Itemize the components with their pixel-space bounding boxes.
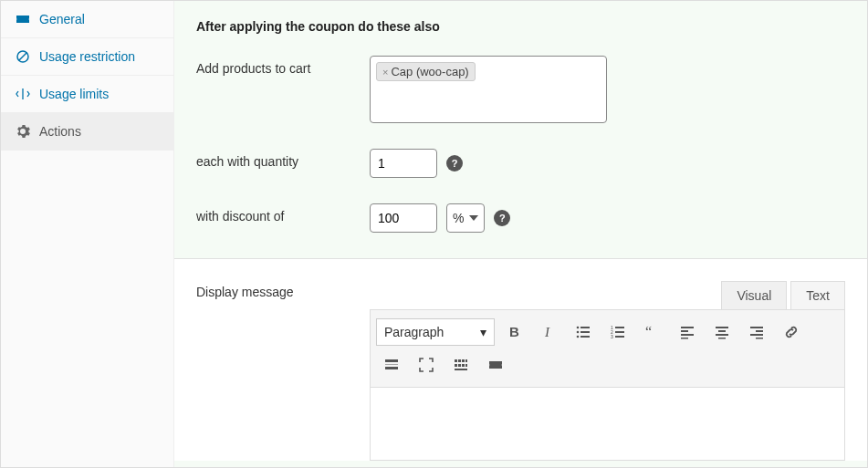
sidebar-item-label: Usage limits [39, 87, 109, 101]
ban-icon [16, 49, 30, 64]
svg-rect-34 [462, 359, 465, 362]
svg-text:B: B [509, 324, 519, 339]
settings-panel: General Usage restriction Usage limits A… [0, 0, 868, 468]
svg-rect-31 [385, 367, 398, 369]
readmore-button[interactable] [376, 351, 407, 379]
svg-rect-27 [750, 334, 763, 336]
quantity-label: each with quantity [196, 149, 370, 169]
add-products-label: Add products to cart [196, 56, 370, 76]
sidebar-item-usage-limits[interactable]: Usage limits [1, 76, 173, 113]
svg-rect-37 [458, 364, 461, 367]
svg-rect-17 [681, 327, 694, 328]
row-quantity: each with quantity ? [196, 149, 845, 178]
align-center-button[interactable] [706, 318, 737, 346]
format-label: Paragraph [384, 325, 444, 339]
format-select[interactable]: Paragraph ▾ [376, 318, 495, 346]
discount-unit-select[interactable]: % [446, 203, 485, 233]
svg-rect-21 [716, 327, 728, 328]
svg-rect-24 [718, 338, 726, 339]
link-button[interactable] [776, 318, 807, 346]
ticket-toolbar-button[interactable] [480, 351, 511, 379]
svg-rect-25 [750, 327, 763, 328]
svg-rect-36 [455, 364, 457, 367]
quantity-input[interactable] [370, 149, 437, 178]
editor-toolbar: Paragraph ▾ B I 123 “ [370, 309, 845, 388]
sidebar: General Usage restriction Usage limits A… [1, 1, 174, 467]
svg-rect-28 [756, 338, 763, 339]
align-right-button[interactable] [741, 318, 772, 346]
row-discount: with discount of % ? [196, 203, 845, 233]
limits-icon [16, 87, 30, 101]
svg-rect-11 [615, 327, 624, 328]
svg-point-8 [577, 336, 580, 338]
svg-line-1 [19, 53, 27, 61]
section-heading: After applying the coupon do these also [196, 19, 845, 34]
toolbar-toggle-button[interactable] [445, 351, 476, 379]
bullet-list-button[interactable] [568, 318, 599, 346]
svg-text:I: I [544, 325, 550, 339]
svg-rect-29 [385, 359, 398, 362]
svg-rect-18 [681, 330, 688, 332]
svg-rect-20 [681, 338, 688, 339]
svg-point-6 [577, 331, 580, 334]
align-left-button[interactable] [672, 318, 703, 346]
product-chip: × Cap (woo-cap) [376, 62, 476, 81]
numbered-list-button[interactable]: 123 [602, 318, 633, 346]
svg-rect-19 [681, 334, 694, 336]
italic-button[interactable]: I [533, 318, 564, 346]
sidebar-item-usage-restriction[interactable]: Usage restriction [1, 38, 173, 76]
svg-rect-22 [718, 330, 726, 332]
svg-rect-35 [465, 359, 467, 362]
sidebar-item-general[interactable]: General [1, 1, 173, 38]
svg-rect-5 [580, 327, 590, 328]
sidebar-item-label: Actions [39, 124, 81, 139]
products-multiselect[interactable]: × Cap (woo-cap) [370, 56, 607, 123]
discount-label: with discount of [196, 203, 370, 224]
svg-rect-13 [615, 331, 624, 333]
help-icon[interactable]: ? [494, 210, 510, 226]
sidebar-item-actions[interactable]: Actions [1, 113, 173, 151]
sidebar-item-label: General [39, 12, 85, 26]
svg-rect-26 [756, 330, 763, 332]
row-add-products: Add products to cart × Cap (woo-cap) [196, 56, 845, 123]
editor-tabs: Visual Text [370, 281, 845, 309]
svg-rect-7 [580, 331, 590, 333]
svg-rect-40 [455, 369, 467, 370]
dropdown-caret-icon: ▾ [480, 325, 486, 339]
svg-rect-15 [615, 336, 624, 338]
chip-remove-icon[interactable]: × [382, 67, 388, 78]
tab-text[interactable]: Text [790, 281, 845, 309]
editor-content-area[interactable] [370, 388, 845, 461]
svg-text:“: “ [645, 324, 652, 339]
svg-rect-30 [385, 364, 398, 365]
display-message-label: Display message [196, 281, 370, 299]
fullscreen-button[interactable] [411, 351, 442, 379]
help-icon[interactable]: ? [446, 155, 463, 172]
bold-button[interactable]: B [498, 318, 529, 346]
blockquote-button[interactable]: “ [637, 318, 668, 346]
ticket-icon [16, 12, 30, 26]
gear-icon [16, 124, 30, 139]
sidebar-item-label: Usage restriction [39, 49, 135, 64]
svg-rect-32 [455, 359, 457, 362]
chip-label: Cap (woo-cap) [391, 65, 468, 78]
editor-section: Display message Visual Text Paragraph ▾ … [174, 258, 867, 461]
svg-text:3: 3 [611, 334, 613, 339]
svg-rect-9 [580, 336, 590, 338]
discount-unit-label: % [453, 211, 464, 225]
chevron-down-icon [469, 215, 478, 221]
svg-rect-23 [716, 334, 728, 336]
content-area: After applying the coupon do these also … [174, 1, 867, 467]
discount-input[interactable] [370, 203, 437, 233]
svg-point-4 [577, 327, 580, 329]
rich-text-editor: Visual Text Paragraph ▾ B I 123 [370, 281, 845, 461]
svg-rect-39 [465, 364, 467, 367]
svg-rect-33 [458, 359, 461, 362]
svg-rect-38 [462, 364, 465, 367]
tab-visual[interactable]: Visual [721, 281, 787, 309]
